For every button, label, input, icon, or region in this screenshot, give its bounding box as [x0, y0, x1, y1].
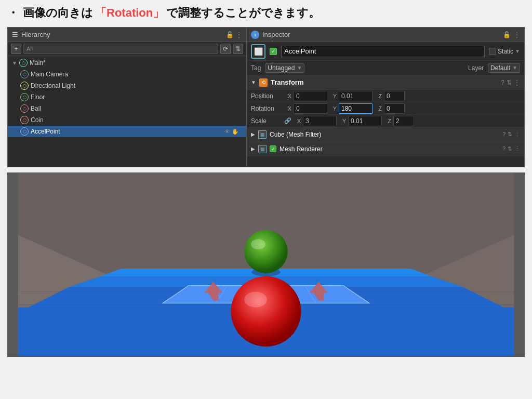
mesh-renderer-icon: ▦ [258, 145, 267, 153]
rot-y-field[interactable] [339, 103, 373, 114]
more-icon[interactable]: ⋮ [514, 79, 520, 86]
mesh-renderer-row: ▶ ▦ ✓ Mesh Renderer ? ⇅ ⋮ [247, 142, 524, 156]
rot-x-axis: X [284, 105, 291, 112]
presets-icon[interactable]: ⇅ [507, 79, 512, 86]
hierarchy-toolbar: + All ⟳ ⇅ [8, 42, 246, 56]
sync-icon[interactable]: ⟳ [220, 44, 231, 54]
ball-label: Ball [31, 105, 41, 112]
inspector-icon: i [251, 31, 259, 39]
mf-help-icon[interactable]: ? [502, 131, 506, 138]
mr-more-icon[interactable]: ⋮ [514, 145, 520, 152]
tree-item-main[interactable]: ▼ ⬡ Main* [8, 57, 246, 69]
svg-point-21 [251, 239, 265, 249]
tag-label: Tag [251, 64, 261, 72]
lock-icon: 🔓 [226, 31, 234, 38]
static-dropdown-arrow[interactable]: ▼ [515, 48, 520, 54]
mesh-filter-actions: ? ⇅ ⋮ [502, 131, 520, 138]
mesh-filter-icon: ▦ [258, 130, 267, 139]
scale-row: Scale 🔗 X Y Z [247, 115, 524, 127]
hierarchy-header-icons: 🔓 ⋮ [226, 31, 242, 38]
scale-label: Scale [251, 117, 282, 125]
game-view [7, 172, 525, 357]
tree-arrow-main: ▼ [12, 60, 17, 66]
panels-row: ☰ Hierarchy 🔓 ⋮ + All ⟳ ⇅ ▼ ⬡ Main* [7, 27, 525, 167]
rot-z-field[interactable] [384, 103, 405, 114]
tree-item-ball[interactable]: ⬡ Ball [8, 103, 246, 114]
tree-item-floor[interactable]: ⬡ Floor [8, 91, 246, 103]
heading-prefix: 画像の向きは [23, 5, 93, 21]
inspector-panel: i Inspector 🔓 ⋮ ⬜ ✓ Static ▼ Tag Untagge… [247, 28, 524, 167]
accel-label: AccelPoint [31, 128, 60, 135]
static-checkbox[interactable] [489, 48, 496, 55]
object-active-checkbox[interactable]: ✓ [270, 48, 277, 55]
mf-presets-icon[interactable]: ⇅ [508, 131, 512, 138]
transform-title: Transform [271, 78, 498, 86]
rot-x-field[interactable] [294, 103, 327, 114]
pos-z-field[interactable] [384, 91, 405, 101]
sort-icon[interactable]: ⇅ [233, 44, 243, 54]
main-icon: ⬡ [19, 59, 28, 67]
inspector-header: i Inspector 🔓 ⋮ [247, 28, 524, 42]
scale-x-field[interactable] [303, 116, 337, 126]
object-cube-icon: ⬜ [251, 44, 265, 59]
ball-icon: ⬡ [20, 104, 29, 113]
transform-icon: ⟲ [259, 78, 268, 87]
object-name-field[interactable] [281, 46, 485, 57]
inspector-more-icon: ⋮ [514, 31, 520, 38]
static-badge: Static ▼ [489, 48, 520, 55]
pos-y-field[interactable] [339, 91, 373, 101]
bullet: ・ [7, 5, 19, 21]
hierarchy-title: Hierarchy [21, 31, 50, 38]
tree-item-coin[interactable]: ⬡ Coin [8, 114, 246, 126]
mr-help-icon[interactable]: ? [502, 145, 506, 152]
help-icon[interactable]: ? [501, 79, 504, 86]
add-button[interactable]: + [11, 44, 21, 54]
scale-y-field[interactable] [348, 116, 382, 126]
tree-item-accel[interactable]: ⬡ AccelPoint 👁 ✋ [8, 126, 246, 137]
position-row: Position X Y Z [247, 90, 524, 102]
dir-light-label: Directional Light [31, 82, 75, 89]
transform-action-icons: ? ⇅ ⋮ [501, 79, 520, 86]
search-text: All [26, 46, 33, 52]
layer-arrow: ▼ [512, 65, 517, 71]
mesh-filter-row: ▶ ▦ Cube (Mesh Filter) ? ⇅ ⋮ [247, 127, 524, 142]
mr-presets-icon[interactable]: ⇅ [508, 145, 512, 152]
hierarchy-tree: ▼ ⬡ Main* ⬡ Main Camera ⬡ Directional Li… [8, 56, 246, 167]
svg-point-20 [244, 230, 288, 273]
tree-item-main-camera[interactable]: ⬡ Main Camera [8, 69, 246, 80]
coin-icon: ⬡ [20, 116, 29, 124]
heading-highlight: 「Rotation」 [95, 5, 164, 21]
pos-x-field[interactable] [294, 91, 327, 101]
mesh-filter-arrow[interactable]: ▶ [251, 131, 255, 137]
eye-icon: 👁 [224, 128, 230, 135]
scale-z-field[interactable] [393, 116, 414, 126]
layer-value: Default [490, 64, 510, 72]
heading-suffix: で調整することができます。 [166, 5, 320, 21]
tag-dropdown[interactable]: Untagged ▼ [265, 63, 304, 73]
scene-svg [8, 173, 524, 356]
coin-label: Coin [31, 116, 44, 124]
hierarchy-title-area: ☰ Hierarchy [12, 31, 50, 38]
floor-label: Floor [31, 94, 45, 101]
transform-collapse-arrow[interactable]: ▼ [251, 79, 256, 85]
hierarchy-panel: ☰ Hierarchy 🔓 ⋮ + All ⟳ ⇅ ▼ ⬡ Main* [8, 28, 247, 167]
mesh-filter-title: Cube (Mesh Filter) [270, 131, 499, 138]
mesh-renderer-checkbox[interactable]: ✓ [270, 145, 276, 152]
rotation-row: Rotation X Y Z [247, 102, 524, 115]
transform-header: ▼ ⟲ Transform ? ⇅ ⋮ [247, 75, 524, 90]
main-camera-label: Main Camera [31, 71, 68, 78]
pos-y-axis: Y [329, 93, 337, 99]
camera-icon: ⬡ [20, 70, 29, 78]
scale-y-axis: Y [339, 118, 346, 124]
hierarchy-header: ☰ Hierarchy 🔓 ⋮ [8, 28, 246, 42]
tree-item-dir-light[interactable]: ⬡ Directional Light [8, 80, 246, 91]
mesh-renderer-arrow[interactable]: ▶ [251, 146, 255, 152]
light-icon: ⬡ [20, 82, 29, 90]
mf-more-icon[interactable]: ⋮ [514, 131, 520, 138]
svg-point-23 [231, 276, 301, 347]
inspector-object-row: ⬜ ✓ Static ▼ [247, 42, 524, 61]
rot-z-axis: Z [375, 105, 382, 112]
link-icon: 🔗 [284, 117, 291, 124]
layer-dropdown[interactable]: Default ▼ [488, 63, 520, 73]
inspector-lock-icon: 🔓 [503, 31, 511, 38]
